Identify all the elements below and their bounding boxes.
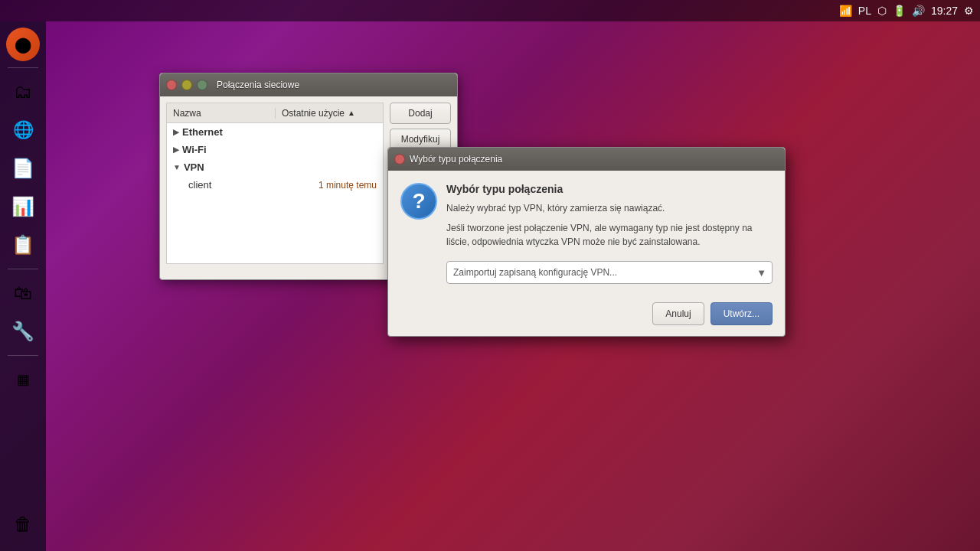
vpn-dialog-content: ? Wybór typu połączenia Należy wybrać ty… [388, 171, 785, 296]
vpn-dialog-text-area: Wybór typu połączenia Należy wybrać typ … [446, 183, 773, 284]
impress-icon: 📋 [11, 234, 34, 256]
vpn-type-select[interactable]: Zaimportuj zapisaną konfigurację VPN... [446, 261, 773, 284]
sidebar-item-trash[interactable]: 🗑 [5, 507, 41, 542]
ethernet-group: ▶ Ethernet [167, 123, 383, 141]
column-name: Nazwa [167, 108, 276, 119]
connection-list[interactable]: ▶ Ethernet ▶ Wi-Fi ▼ VPN [166, 122, 384, 264]
vpn-dialog-icon-area: ? [400, 183, 437, 284]
sidebar-item-files[interactable]: 🗂 [5, 74, 41, 109]
connection-list-area: Nazwa Ostatnie użycie ▲ ▶ Ethernet [166, 103, 384, 264]
sidebar-item-firefox[interactable]: 🌐 [5, 112, 41, 148]
writer-icon: 📄 [11, 158, 34, 179]
vpn-dialog-note: Jeśli tworzone jest połączenie VPN, ale … [446, 221, 773, 249]
vpn-type-dialog: Wybór typu połączenia ? Wybór typu połąc… [387, 147, 786, 337]
workspace-icon: ▦ [17, 371, 30, 388]
network-window-titlebar: Połączenia sieciowe [160, 73, 457, 96]
firefox-icon: 🌐 [13, 120, 34, 140]
vpn-select-row: Zaimportuj zapisaną konfigurację VPN... … [446, 261, 773, 284]
vpn-group-label: VPN [184, 161, 204, 173]
wifi-group-header[interactable]: ▶ Wi-Fi [167, 141, 383, 158]
window-maximize-button[interactable] [197, 80, 207, 90]
dock-divider-2 [8, 269, 38, 269]
sidebar-item-software-center[interactable]: 🛍 [5, 276, 41, 311]
add-connection-button[interactable]: Dodaj [390, 103, 451, 124]
calc-icon: 📊 [11, 196, 34, 217]
network-window-title: Połączenia sieciowe [217, 80, 299, 90]
table-header: Nazwa Ostatnie użycie ▲ [166, 103, 384, 122]
keyboard-layout[interactable]: PL [858, 5, 871, 17]
vpn-dialog-titlebar: Wybór typu połączenia [388, 148, 785, 171]
wifi-group-label: Wi-Fi [182, 144, 207, 155]
clock: 19:27 [931, 5, 958, 17]
volume-icon: 🔊 [912, 5, 925, 17]
vpn-dialog-close-button[interactable] [394, 154, 405, 165]
wrench-icon: 🔧 [11, 321, 34, 342]
vpn-dialog-description: Należy wybrać typ VPN, który zamierza si… [446, 201, 773, 215]
vpn-type-select-wrapper: Zaimportuj zapisaną konfigurację VPN... … [446, 261, 773, 284]
wifi-expand-icon: ▶ [173, 145, 179, 154]
sidebar-item-calc[interactable]: 📊 [5, 189, 41, 224]
window-minimize-button[interactable] [181, 80, 192, 90]
trash-icon: 🗑 [14, 514, 32, 535]
bluetooth-icon: ⬡ [877, 5, 887, 17]
files-icon: 🗂 [14, 81, 32, 103]
vpn-expand-icon: ▼ [173, 163, 181, 171]
vpn-client-time: 1 minutę temu [318, 180, 377, 191]
dock-divider-1 [8, 67, 38, 68]
vpn-create-button[interactable]: Utwórz... [710, 302, 773, 325]
ubuntu-icon: ⬤ [15, 35, 31, 54]
top-panel: 📶 PL ⬡ 🔋 🔊 19:27 ⚙ [0, 0, 980, 21]
ethernet-group-label: Ethernet [182, 126, 223, 138]
sidebar-item-workspace[interactable]: ▦ [5, 362, 41, 397]
software-center-icon: 🛍 [14, 282, 32, 304]
wifi-group: ▶ Wi-Fi [167, 141, 383, 158]
vpn-connection-client[interactable]: client 1 minutę temu [167, 176, 383, 194]
sidebar-item-writer[interactable]: 📄 [5, 151, 41, 186]
sidebar-item-ubuntu[interactable]: ⬤ [6, 28, 40, 61]
ethernet-group-header[interactable]: ▶ Ethernet [167, 123, 383, 141]
window-close-button[interactable] [166, 80, 177, 90]
sidebar-item-impress[interactable]: 📋 [5, 227, 41, 262]
vpn-client-name: client [188, 179, 318, 191]
vpn-group: ▼ VPN client 1 minutę temu [167, 158, 383, 194]
vpn-cancel-button[interactable]: Anuluj [652, 302, 704, 325]
ethernet-expand-icon: ▶ [173, 128, 179, 136]
vpn-group-header[interactable]: ▼ VPN [167, 158, 383, 176]
sort-arrow-icon: ▲ [348, 109, 355, 117]
wifi-icon: 📶 [839, 5, 852, 17]
column-usage: Ostatnie użycie ▲ [276, 108, 383, 119]
vpn-dialog-heading: Wybór typu połączenia [446, 183, 773, 195]
info-icon: ? [400, 183, 437, 220]
sidebar: ⬤ 🗂 🌐 📄 📊 📋 🛍 🔧 ▦ 🗑 [0, 21, 46, 551]
vpn-dialog-title-bar-label: Wybór typu połączenia [410, 154, 502, 165]
sidebar-item-system-tools[interactable]: 🔧 [5, 314, 41, 349]
battery-icon: 🔋 [893, 5, 906, 17]
dock-divider-3 [8, 355, 38, 356]
vpn-dialog-buttons: Anuluj Utwórz... [388, 296, 785, 336]
panel-right: 📶 PL ⬡ 🔋 🔊 19:27 ⚙ [839, 5, 974, 17]
settings-icon[interactable]: ⚙ [964, 5, 974, 17]
